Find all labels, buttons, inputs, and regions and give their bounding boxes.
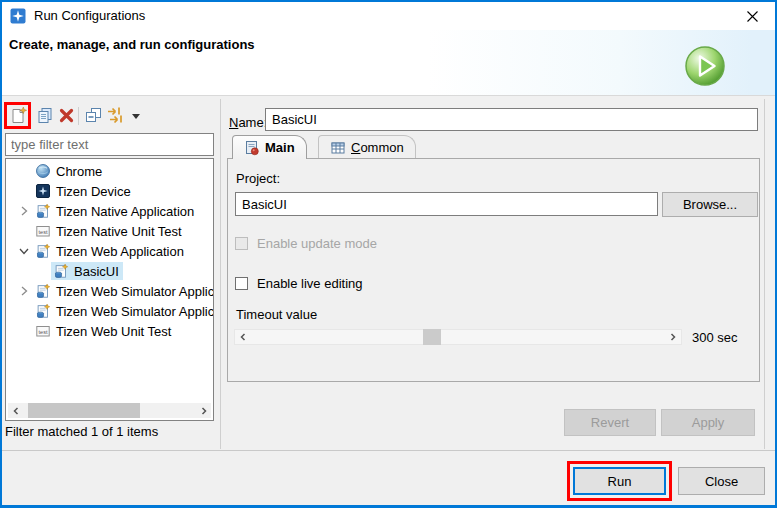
title-bar: Run Configurations (2, 2, 775, 30)
enable-live-editing-checkbox[interactable] (235, 277, 248, 290)
tree-item-tizen-device[interactable]: Tizen Device (6, 181, 214, 201)
unit-test-icon (35, 323, 51, 339)
revert-button: Revert (564, 409, 656, 436)
scroll-right-icon[interactable] (196, 403, 211, 418)
unit-test-icon (35, 223, 51, 239)
tree-item-tizen-web-application[interactable]: Tizen Web Application (6, 241, 214, 261)
slider-decrease-icon[interactable] (235, 329, 251, 345)
collapse-all-icon[interactable] (84, 106, 103, 125)
project-input[interactable] (235, 192, 658, 216)
close-icon[interactable] (735, 2, 769, 30)
new-configuration-icon[interactable] (9, 106, 28, 125)
run-button[interactable]: Run (573, 467, 666, 495)
dialog-header-banner: Create, manage, and run configurations (2, 30, 775, 96)
tizen-app-icon (35, 303, 51, 319)
tab-main[interactable]: Main (232, 135, 307, 159)
expander-collapsed-icon[interactable] (17, 284, 31, 298)
tizen-logo-icon (10, 8, 26, 24)
slider-track[interactable] (251, 329, 665, 345)
chrome-icon (35, 163, 51, 179)
configurations-tree: Chrome Tizen Device Tizen Native Applica… (5, 158, 214, 421)
name-input[interactable] (265, 108, 758, 131)
slider-thumb[interactable] (423, 329, 441, 345)
name-label: Name: (229, 111, 267, 134)
filter-menu-caret-icon[interactable] (132, 114, 140, 119)
slider-increase-icon[interactable] (665, 329, 681, 345)
tree-item-tizen-web-simulator-application-2[interactable]: Tizen Web Simulator Applicati (6, 301, 214, 321)
browse-button[interactable]: Browse... (662, 192, 758, 217)
delete-configuration-icon[interactable] (57, 106, 76, 125)
scrollbar-thumb[interactable] (28, 403, 140, 418)
scrollbar-track[interactable] (23, 403, 196, 418)
enable-live-editing-row[interactable]: Enable live editing (235, 276, 363, 291)
tree-item-tizen-native-application[interactable]: Tizen Native Application (6, 201, 214, 221)
tizen-app-icon (35, 243, 51, 259)
filter-configurations-icon[interactable] (106, 106, 125, 125)
close-button[interactable]: Close (678, 467, 765, 495)
filter-status-text: Filter matched 1 of 1 items (5, 424, 158, 439)
tab-common[interactable]: Common (318, 135, 416, 159)
timeout-slider[interactable] (234, 329, 682, 345)
tizen-device-icon (35, 183, 51, 199)
panel-sash[interactable] (220, 99, 221, 449)
dialog-header-title: Create, manage, and run configurations (9, 37, 255, 52)
scroll-left-icon[interactable] (8, 403, 23, 418)
project-label: Project: (236, 171, 280, 186)
tree-item-tizen-web-simulator-application-1[interactable]: Tizen Web Simulator Applicati (6, 281, 214, 301)
expander-expanded-icon[interactable] (17, 244, 31, 258)
tree-item-tizen-native-unit-test[interactable]: Tizen Native Unit Test (6, 221, 214, 241)
main-tab-content: Project: Browse... Enable update mode En… (227, 158, 760, 382)
main-tab-icon (244, 140, 260, 156)
enable-update-mode-row: Enable update mode (235, 236, 377, 251)
expander-collapsed-icon[interactable] (17, 204, 31, 218)
tizen-app-icon (35, 203, 51, 219)
common-tab-icon (330, 140, 346, 156)
right-panel-edge (764, 99, 765, 449)
timeout-value: 300 sec (692, 330, 738, 345)
tree-horizontal-scrollbar[interactable] (8, 403, 211, 418)
timeout-label: Timeout value (236, 307, 317, 322)
window-title: Run Configurations (34, 2, 145, 30)
apply-button: Apply (661, 409, 755, 436)
tree-item-tizen-web-unit-test[interactable]: Tizen Web Unit Test (6, 321, 214, 341)
tree-selection: BasicUI (51, 262, 123, 280)
tizen-app-icon (35, 283, 51, 299)
filter-input[interactable] (5, 133, 214, 156)
button-bar: Run Close (2, 451, 775, 505)
tree-item-basicui-selected[interactable]: BasicUI (6, 261, 214, 281)
toolbar-separator (78, 107, 79, 125)
duplicate-configuration-icon[interactable] (36, 106, 55, 125)
enable-update-mode-checkbox (235, 237, 248, 250)
run-play-icon (684, 45, 726, 87)
tree-item-chrome[interactable]: Chrome (6, 161, 214, 181)
tizen-app-icon (53, 263, 69, 279)
dialog-content: Chrome Tizen Device Tizen Native Applica… (2, 97, 775, 450)
run-configurations-dialog: Run Configurations Create, manage, and r… (0, 0, 777, 508)
